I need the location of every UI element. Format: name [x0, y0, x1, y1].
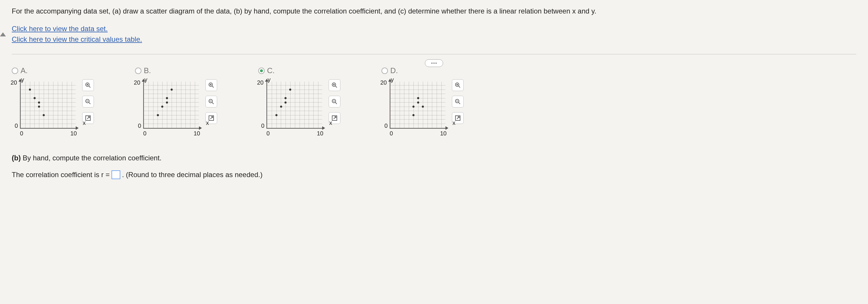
- answer-post-text: . (Round to three decimal places as need…: [122, 171, 262, 179]
- x-tick-max: 10: [194, 130, 200, 137]
- zoom-out-icon[interactable]: [452, 96, 464, 108]
- svg-line-17: [210, 117, 213, 119]
- svg-line-10: [212, 86, 214, 87]
- x-tick-min: 0: [20, 130, 23, 137]
- data-point: [29, 89, 31, 91]
- data-point: [33, 97, 35, 99]
- correlation-input[interactable]: [112, 170, 120, 179]
- data-point: [171, 89, 173, 91]
- zoom-in-icon[interactable]: [329, 79, 340, 91]
- data-point: [280, 106, 282, 108]
- option-c-label: C.: [267, 66, 275, 75]
- x-axis-label: x: [206, 119, 209, 126]
- zoom-out-icon[interactable]: [206, 96, 217, 108]
- x-tick-min: 0: [143, 130, 147, 137]
- zoom-out-icon[interactable]: [82, 96, 94, 108]
- data-point: [422, 106, 424, 108]
- data-point: [157, 114, 159, 116]
- option-b-label: B.: [144, 66, 151, 75]
- option-b[interactable]: B. y 20 0 0 10 x: [135, 66, 217, 136]
- svg-line-19: [335, 86, 337, 87]
- scatter-chart-d: y 20 0 0 10 x: [381, 78, 449, 136]
- scatter-chart-c: y 20 0 0 10 x: [258, 78, 326, 136]
- data-point: [412, 106, 415, 108]
- data-point: [38, 101, 40, 103]
- data-point: [161, 106, 163, 108]
- answer-pre-text: The correlation coefficient is r =: [12, 171, 110, 179]
- y-tick-min: 0: [138, 122, 141, 129]
- y-tick-max: 20: [10, 79, 17, 86]
- scatter-chart-b: y 20 0 0 10 x: [135, 78, 203, 136]
- ellipsis-button[interactable]: [425, 59, 443, 67]
- part-b-prefix: (b): [12, 154, 21, 162]
- zoom-in-icon[interactable]: [452, 79, 464, 91]
- option-d[interactable]: D. y 20 0 0 10 x: [381, 66, 464, 136]
- zoom-in-icon[interactable]: [206, 79, 217, 91]
- answer-options: A. y 20 0 0 10 x B.: [12, 66, 856, 136]
- svg-line-26: [334, 117, 336, 119]
- y-tick-min: 0: [261, 122, 265, 129]
- x-tick-max: 10: [70, 130, 77, 137]
- part-b-section: (b) By hand, compute the correlation coe…: [12, 154, 856, 179]
- data-point: [275, 114, 277, 116]
- question-text: For the accompanying data set, (a) draw …: [12, 6, 856, 17]
- y-tick-max: 20: [134, 79, 140, 86]
- option-c[interactable]: C. y 20 0 0 10 x: [258, 66, 340, 136]
- x-axis-label: x: [83, 119, 86, 126]
- data-point: [285, 97, 287, 99]
- divider: [12, 54, 856, 54]
- option-d-label: D.: [390, 66, 398, 75]
- data-point: [285, 101, 287, 103]
- y-tick-max: 20: [380, 79, 387, 86]
- radio-a[interactable]: [12, 67, 18, 74]
- svg-line-35: [457, 117, 459, 119]
- y-tick-max: 20: [257, 79, 264, 86]
- radio-c[interactable]: [258, 67, 265, 74]
- x-tick-min: 0: [267, 130, 270, 137]
- data-point: [43, 114, 45, 116]
- x-axis-label: x: [329, 119, 332, 126]
- data-point: [412, 114, 415, 116]
- scatter-chart-a: y 20 0 0 10 x: [12, 78, 79, 136]
- radio-d[interactable]: [381, 67, 388, 74]
- zoom-in-icon[interactable]: [82, 79, 94, 91]
- x-axis-label: x: [453, 119, 456, 126]
- link-critical-values[interactable]: Click here to view the critical values t…: [12, 34, 856, 45]
- svg-line-23: [335, 103, 337, 104]
- data-point: [38, 106, 40, 108]
- option-a[interactable]: A. y 20 0 0 10 x: [12, 66, 94, 136]
- option-a-label: A.: [21, 66, 28, 75]
- data-point: [417, 97, 419, 99]
- zoom-out-icon[interactable]: [329, 96, 340, 108]
- resource-links: Click here to view the data set. Click h…: [12, 24, 856, 45]
- data-point: [417, 101, 419, 103]
- data-point: [166, 101, 168, 103]
- radio-b[interactable]: [135, 67, 142, 74]
- svg-line-5: [89, 103, 90, 104]
- x-tick-min: 0: [390, 130, 393, 137]
- y-tick-min: 0: [15, 122, 18, 129]
- collapse-caret-icon[interactable]: [0, 32, 6, 36]
- svg-line-1: [89, 86, 90, 87]
- x-tick-max: 10: [317, 130, 323, 137]
- svg-line-32: [459, 103, 460, 104]
- link-data-set[interactable]: Click here to view the data set.: [12, 24, 856, 34]
- data-point: [289, 89, 291, 91]
- part-b-heading: By hand, compute the correlation coeffic…: [21, 154, 162, 162]
- x-tick-max: 10: [440, 130, 446, 137]
- y-tick-min: 0: [384, 122, 388, 129]
- svg-line-14: [212, 103, 214, 104]
- svg-line-8: [87, 117, 90, 119]
- data-point: [166, 97, 168, 99]
- svg-line-28: [459, 86, 460, 87]
